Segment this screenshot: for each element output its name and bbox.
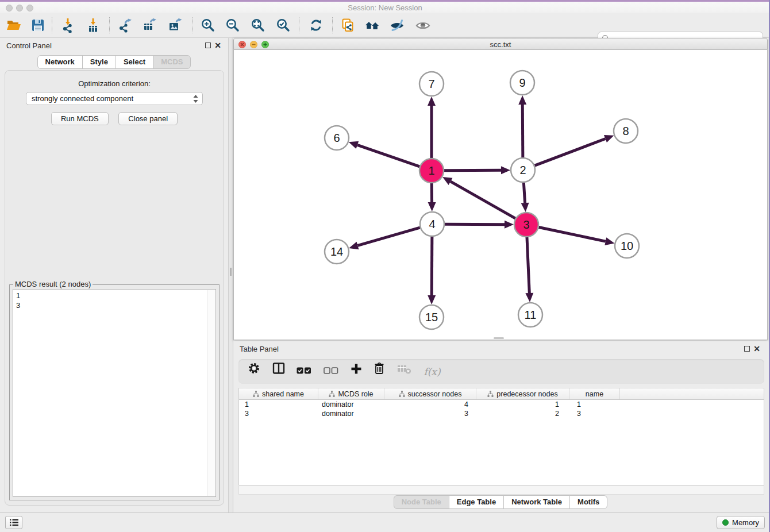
- graph-node-label-15: 15: [425, 311, 438, 323]
- task-list-button[interactable]: [5, 516, 22, 529]
- toolbar-separator: [299, 17, 299, 33]
- dropdown-stepper-icon: [192, 94, 199, 106]
- import-network-icon[interactable]: [60, 18, 75, 33]
- table-panel: Table Panel ✕ f(x): [233, 341, 768, 512]
- graph-node-label-10: 10: [621, 240, 633, 252]
- eye-slash-icon[interactable]: [390, 18, 405, 33]
- node-table: shared nameMCDS rolesuccessor nodesprede…: [238, 388, 764, 485]
- optimization-criterion-label: Optimization criterion:: [5, 79, 224, 88]
- float-panel-icon[interactable]: [205, 43, 211, 48]
- column-sort-icon: [399, 391, 405, 397]
- edge-1-2[interactable]: [444, 170, 501, 171]
- panel-divider[interactable]: [228, 38, 233, 512]
- edge-1-6[interactable]: [357, 145, 419, 166]
- tab-edge-table[interactable]: Edge Table: [449, 495, 504, 509]
- edge-2-9[interactable]: [522, 105, 523, 157]
- zoom-out-icon[interactable]: [225, 18, 240, 33]
- delete-table-icon[interactable]: [397, 360, 412, 384]
- edge-2-3[interactable]: [523, 183, 525, 203]
- duplicate-network-icon[interactable]: [340, 18, 355, 33]
- edge-arrow-1-7: [428, 97, 436, 106]
- column-sort-icon: [253, 391, 259, 397]
- edge-3-11[interactable]: [527, 237, 529, 293]
- column-header-label: successor nodes: [408, 390, 462, 398]
- export-table-icon[interactable]: [143, 18, 157, 33]
- trash-icon[interactable]: [374, 360, 385, 384]
- column-header-name[interactable]: name: [569, 388, 620, 399]
- graph-node-label-2: 2: [519, 164, 526, 176]
- run-mcds-button[interactable]: Run MCDS: [51, 112, 109, 125]
- function-builder-icon[interactable]: f(x): [424, 360, 440, 384]
- refresh-icon[interactable]: [309, 18, 324, 33]
- graph-node-label-6: 6: [333, 132, 340, 144]
- table-cell: 4: [384, 400, 476, 409]
- window-accent-border-top: [0, 0, 770, 2]
- table-row-0[interactable]: 1dominator411: [239, 400, 764, 409]
- graph-node-label-8: 8: [622, 125, 629, 137]
- edge-arrow-4-14: [349, 242, 359, 249]
- tab-network[interactable]: Network: [37, 55, 83, 69]
- edge-arrow-4-15: [428, 295, 436, 304]
- column-header-predecessor-nodes[interactable]: predecessor nodes: [476, 388, 569, 399]
- close-panel-button[interactable]: Close panel: [118, 112, 178, 125]
- network-view-window: scc.txt 7968124314101511: [233, 38, 768, 340]
- tab-node-table[interactable]: Node Table: [394, 495, 449, 509]
- save-session-icon[interactable]: [30, 18, 45, 33]
- control-panel-title: Control Panel: [6, 41, 52, 50]
- edge-3-1[interactable]: [451, 182, 515, 218]
- edge-4-15[interactable]: [432, 237, 432, 295]
- graph-node-label-14: 14: [330, 245, 343, 258]
- network-canvas[interactable]: 7968124314101511: [233, 50, 768, 340]
- table-cell: 1: [569, 400, 620, 409]
- tab-motifs[interactable]: Motifs: [569, 495, 607, 509]
- export-network-icon[interactable]: [118, 18, 133, 33]
- graph-node-label-9: 9: [519, 76, 525, 89]
- zoom-selected-icon[interactable]: [276, 18, 291, 33]
- tab-select[interactable]: Select: [116, 55, 153, 69]
- divider-thumb[interactable]: [230, 268, 232, 276]
- memory-label: Memory: [732, 518, 759, 527]
- edge-2-8[interactable]: [535, 138, 606, 165]
- edge-arrow-2-9: [518, 95, 526, 105]
- eye-icon[interactable]: [415, 18, 430, 33]
- select-all-icon[interactable]: [297, 360, 311, 384]
- table-row-1[interactable]: 3dominator323: [239, 409, 764, 418]
- column-header-shared-name[interactable]: shared name: [239, 388, 318, 399]
- add-icon[interactable]: [351, 360, 362, 384]
- edge-3-10[interactable]: [539, 228, 606, 242]
- tab-network-table[interactable]: Network Table: [503, 495, 570, 509]
- export-image-icon[interactable]: [168, 18, 183, 33]
- table-tabs: Node TableEdge TableNetwork TableMotifs: [233, 495, 768, 509]
- network-graph[interactable]: 7968124314101511: [234, 50, 767, 340]
- toolbar-separator: [52, 17, 52, 33]
- table-horizontal-scrollbar[interactable]: [238, 486, 764, 495]
- tab-mcds[interactable]: MCDS: [153, 55, 191, 69]
- zoom-fit-icon[interactable]: [251, 18, 265, 33]
- open-session-icon[interactable]: [6, 18, 21, 33]
- houses-icon[interactable]: [365, 18, 381, 33]
- table-cell: 3: [569, 409, 620, 418]
- mcds-result-area[interactable]: 1 3: [13, 289, 216, 497]
- result-scrollbar[interactable]: [207, 290, 215, 496]
- column-header-label: MCDS role: [338, 390, 373, 398]
- column-header-label: predecessor nodes: [496, 390, 557, 398]
- criterion-dropdown[interactable]: strongly connected component: [26, 92, 203, 105]
- deselect-all-icon[interactable]: [324, 360, 338, 384]
- network-window-titlebar[interactable]: scc.txt: [233, 38, 768, 50]
- close-panel-icon[interactable]: ✕: [214, 41, 221, 49]
- close-table-panel-icon[interactable]: ✕: [753, 345, 760, 353]
- column-header-successor-nodes[interactable]: successor nodes: [384, 388, 476, 399]
- gear-icon[interactable]: [248, 360, 260, 384]
- columns-icon[interactable]: [272, 360, 285, 384]
- float-table-panel-icon[interactable]: [744, 346, 750, 352]
- column-header-MCDS-role[interactable]: MCDS role: [318, 388, 384, 399]
- network-window-title: scc.txt: [234, 40, 767, 49]
- memory-button[interactable]: Memory: [717, 516, 765, 529]
- edge-4-14[interactable]: [358, 228, 420, 245]
- edge-4-3[interactable]: [445, 224, 505, 225]
- zoom-in-icon[interactable]: [201, 18, 215, 33]
- edge-arrow-2-8: [604, 135, 614, 142]
- tab-style[interactable]: Style: [82, 55, 116, 69]
- table-cell: dominator: [318, 400, 384, 409]
- import-table-icon[interactable]: [86, 18, 101, 33]
